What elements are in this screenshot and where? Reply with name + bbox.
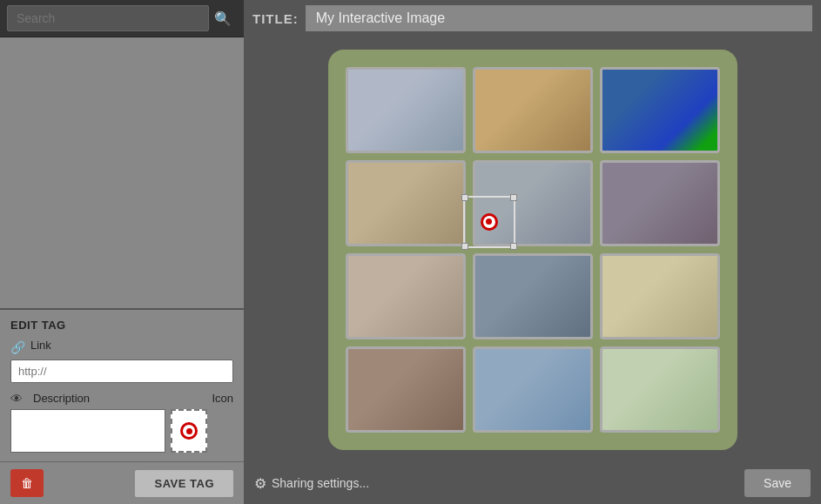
canvas-area xyxy=(244,37,821,462)
edit-tag-section: EDIT TAG 🔗 Link 👁 Description Icon xyxy=(0,308,244,461)
description-label: Description xyxy=(33,392,90,405)
title-input[interactable] xyxy=(306,5,812,31)
gear-icon: ⚙ xyxy=(254,475,266,492)
edit-tag-bottom-bar: 🗑 SAVE TAG xyxy=(0,461,244,504)
link-input[interactable] xyxy=(10,360,233,383)
image-cell-1[interactable] xyxy=(346,67,466,153)
icon-label: Icon xyxy=(212,392,233,405)
image-cell-2[interactable] xyxy=(473,67,593,153)
title-label: TITLE: xyxy=(252,11,299,26)
sidebar-content xyxy=(0,37,244,308)
desc-icon-row: 👁 Description Icon xyxy=(10,390,233,406)
sharing-settings-link[interactable]: ⚙ Sharing settings... xyxy=(254,475,369,492)
image-cell-12[interactable] xyxy=(600,346,720,433)
description-textarea[interactable] xyxy=(10,409,165,453)
search-input[interactable] xyxy=(7,5,209,31)
image-cell-4[interactable] xyxy=(346,160,466,246)
link-label: Link xyxy=(30,339,51,352)
save-button[interactable]: Save xyxy=(744,469,811,497)
image-cell-9[interactable] xyxy=(600,253,720,339)
image-cell-6[interactable] xyxy=(600,160,720,246)
image-cell-8[interactable] xyxy=(473,253,593,339)
save-tag-button[interactable]: SAVE TAG xyxy=(135,470,233,497)
trash-icon: 🗑 xyxy=(21,476,33,490)
sidebar: 🔍 EDIT TAG 🔗 Link 👁 Description Icon xyxy=(0,0,244,504)
search-button[interactable]: 🔍 xyxy=(209,7,237,30)
edit-tag-title: EDIT TAG xyxy=(10,319,233,332)
image-cell-5[interactable] xyxy=(473,160,593,246)
link-icon: 🔗 xyxy=(10,340,25,354)
icon-selector[interactable] xyxy=(171,409,207,453)
content-area: TITLE: xyxy=(244,0,821,504)
desc-label-group: 👁 Description xyxy=(10,390,90,406)
image-cell-7[interactable] xyxy=(346,253,466,339)
image-cell-10[interactable] xyxy=(346,346,466,433)
description-icon: 👁 xyxy=(10,392,23,406)
desc-icon-area xyxy=(10,409,233,453)
icon-circle xyxy=(180,422,198,440)
sharing-label: Sharing settings... xyxy=(272,476,369,490)
icon-circle-inner xyxy=(186,428,192,434)
main-layout: 🔍 EDIT TAG 🔗 Link 👁 Description Icon xyxy=(0,0,821,504)
search-icon: 🔍 xyxy=(214,11,232,26)
image-cell-3[interactable] xyxy=(600,67,720,153)
image-board xyxy=(328,50,737,450)
bottom-toolbar: ⚙ Sharing settings... Save xyxy=(244,462,821,504)
image-cell-11[interactable] xyxy=(473,346,593,433)
link-row: 🔗 Link xyxy=(10,339,233,354)
delete-button[interactable]: 🗑 xyxy=(10,469,44,497)
search-bar: 🔍 xyxy=(0,0,244,37)
title-bar: TITLE: xyxy=(244,0,821,37)
